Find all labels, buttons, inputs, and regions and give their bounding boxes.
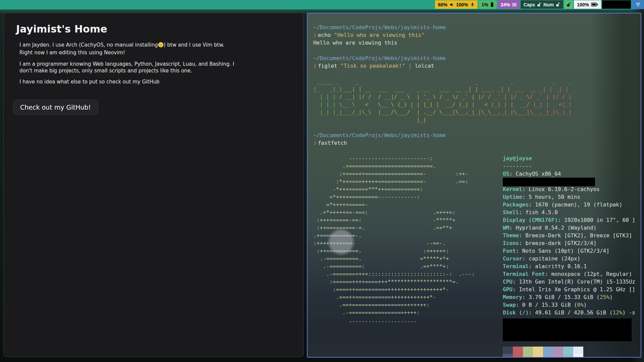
redacted-block xyxy=(503,318,632,341)
lock-open-icon xyxy=(567,2,571,7)
palette-swatch xyxy=(523,354,533,357)
slightly-frowning-face-emoji xyxy=(158,42,164,49)
skills-paragraph: I am a programmer knowing Web languages,… xyxy=(19,61,236,74)
fastfetch-info-row: Kernel: Linux 6.19.6-2-cachyos xyxy=(503,185,641,193)
echo-output-line: Hello who are viewing this xyxy=(313,39,641,47)
fastfetch-info-row: Uptime: 5 hours, 50 mins xyxy=(503,193,641,201)
prompt-chevron: ❯ xyxy=(313,63,318,69)
color-palette xyxy=(503,347,641,357)
battery-low-module[interactable]: 1% xyxy=(479,0,497,9)
fastfetch-info-row: Disk (/): 49.61 GiB / 420.56 GiB (12%) -… xyxy=(503,309,641,316)
mic-volume-value: 100% xyxy=(456,2,468,7)
battery-vertical-icon xyxy=(490,2,494,7)
fastfetch-info-row: GPU: Intel Iris Xe Graphics @ 1.25 GHz [… xyxy=(503,286,641,293)
num-lock-open-icon xyxy=(556,2,560,7)
blank-line xyxy=(313,47,641,54)
palette-swatch xyxy=(533,347,543,354)
prompt-chevron: ❯ xyxy=(313,140,318,146)
fastfetch-info-row: Packages: 1670 (pacman), 19 (flatpak) xyxy=(503,201,641,208)
browser-window[interactable]: Jayimist's Home I am Jayden. I use Arch … xyxy=(3,13,304,357)
battery-full-value: 100% xyxy=(577,2,589,7)
speaker-icon xyxy=(449,2,454,7)
palette-swatch xyxy=(503,347,513,354)
terminal-content: ~/Documents/CodeProjs/Webs/jayimists-hom… xyxy=(308,13,641,357)
palette-swatch xyxy=(573,347,583,354)
fastfetch-info-row: Cursor: capitaine (24px) xyxy=(503,255,641,262)
fastfetch-info-row: Theme: Breeze-Dark [GTK2], Breeze [GTK3] xyxy=(503,232,641,239)
fastfetch-info-row: Memory: 3.79 GiB / 15.33 GiB (25%) xyxy=(503,293,641,301)
palette-swatch xyxy=(533,354,543,357)
fastfetch-info-row: Display (CMN176F): 644x362 in 17", 60 … xyxy=(503,216,641,224)
caps-lock-label: Caps xyxy=(524,2,535,7)
fastfetch-info-row: Terminal Font: monospace (12pt, Regular) xyxy=(503,270,641,278)
battery-low-value: 1% xyxy=(482,2,488,7)
status-bar: 60% 100% 1% 24% Caps Num 100% xyxy=(435,0,644,9)
fastfetch-info-row: OS: CachyOS x86_64 xyxy=(503,170,641,178)
caps-lock-open-icon xyxy=(537,2,541,7)
battery-icon xyxy=(591,2,598,7)
palette-swatch xyxy=(553,354,563,357)
microphone-icon xyxy=(470,2,475,7)
fastfetch-output: -------------------------: .+===========… xyxy=(313,155,641,357)
list-icon xyxy=(512,3,517,7)
terminal-window[interactable]: ~/Documents/CodeProjs/Webs/jayimists-hom… xyxy=(307,13,641,358)
lock-chip-module[interactable] xyxy=(564,0,573,9)
terminal-path-line: ~/Documents/CodeProjs/Webs/jayimists-hom… xyxy=(313,23,641,31)
palette-row xyxy=(503,354,641,357)
list-module[interactable]: 24% xyxy=(498,0,520,9)
fastfetch-info-row: Swap: 0 B / 15.33 GiB (0%) xyxy=(503,301,641,309)
battery-full-module[interactable]: 100% xyxy=(574,0,601,9)
intro-paragraph: I am Jayden. I use Arch (CachyOS, no man… xyxy=(19,42,236,56)
fastfetch-separator: --------- xyxy=(503,162,641,170)
terminal-path-line: ~/Documents/CodeProjs/Webs/jayimists-hom… xyxy=(313,131,641,139)
num-lock-label: Num xyxy=(543,2,554,7)
palette-swatch xyxy=(543,347,553,354)
wifi-module[interactable] xyxy=(632,0,644,9)
palette-swatch xyxy=(553,347,563,354)
redacted-clock-module xyxy=(602,0,631,9)
terminal-path-line: ~/Documents/CodeProjs/Webs/jayimists-hom… xyxy=(313,54,641,62)
echo-command-line: ❯echo "Hello who are viewing this" xyxy=(313,31,641,39)
outro-paragraph: I have no idea what else to put so check… xyxy=(19,78,236,85)
figlet-command-line: ❯figlet "Tisk so peakaleak!" | lolcat xyxy=(313,62,641,70)
fastfetch-info-row: Font: Noto Sans (10pt) [GTK2/3/4] xyxy=(503,247,641,255)
palette-swatch xyxy=(563,354,573,357)
fastfetch-info-row: CPU: 13th Gen Intel(R) Core(TM) i5-1335U… xyxy=(503,278,641,286)
fastfetch-info-rows: OS: CachyOS x86_64Kernel: Linux 6.19.6-2… xyxy=(503,170,641,316)
fastfetch-info-row: Icons: breeze-dark [GTK2/3/4] xyxy=(503,239,641,247)
caps-num-lock-module[interactable]: Caps Num xyxy=(521,0,563,9)
blank-line xyxy=(313,124,641,131)
palette-swatch xyxy=(503,354,513,357)
desktop: 60% 100% 1% 24% Caps Num 100% xyxy=(0,0,644,362)
palette-row xyxy=(503,347,641,354)
cachyos-ascii-logo: -------------------------: .+===========… xyxy=(313,155,475,324)
figlet-ascii-art: _____ _ _ _ _ _ _ |_ _(_)___| | __ ___ _… xyxy=(313,77,641,124)
fastfetch-info-column: jay@joyse --------- OS: CachyOS x86_64Ke… xyxy=(503,155,641,357)
palette-swatch xyxy=(513,354,523,357)
fastfetch-info-row: WM: Hyprland 0.54.2 (Wayland) xyxy=(503,224,641,232)
fastfetch-info-row: Terminal: alacritty 0.16.1 xyxy=(503,262,641,270)
prompt-chevron: ❯ xyxy=(313,32,318,38)
fastfetch-user-host: jay@joyse xyxy=(503,155,641,162)
fastfetch-command-line: ❯fastfetch xyxy=(313,139,641,147)
palette-swatch xyxy=(513,347,523,354)
palette-swatch xyxy=(563,347,573,354)
palette-swatch xyxy=(543,354,553,357)
wifi-icon xyxy=(635,2,641,7)
volume-module[interactable]: 60% 100% xyxy=(435,0,478,9)
fastfetch-info-row: Shell: fish 4.5.0 xyxy=(503,208,641,216)
palette-swatch xyxy=(523,347,533,354)
list-value: 24% xyxy=(501,2,510,7)
blank-line xyxy=(313,70,641,77)
speaker-volume-value: 60% xyxy=(438,2,447,7)
page-title: Jayimist's Home xyxy=(16,23,303,35)
github-button[interactable]: Check out my GitHub! xyxy=(13,100,98,115)
palette-swatch xyxy=(573,354,583,357)
